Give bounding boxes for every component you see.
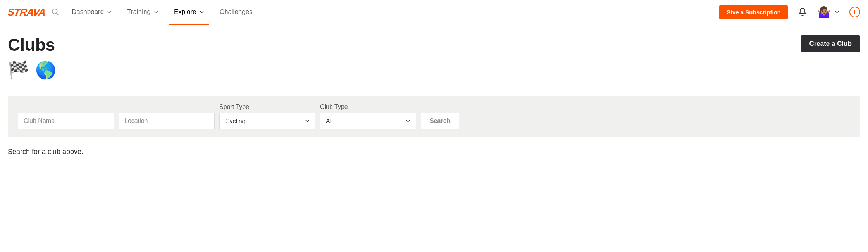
chevron-down-icon (154, 10, 158, 14)
brand-logo[interactable]: STRAVA (7, 6, 46, 18)
user-menu[interactable]: 🤷🏽‍♀️ (817, 6, 839, 19)
header-right: Give a Subscription 🤷🏽‍♀️ (719, 5, 860, 19)
chevron-down-icon (107, 10, 112, 14)
club-name-input[interactable] (18, 113, 114, 129)
nav-training-label: Training (127, 8, 151, 16)
nav-dashboard[interactable]: Dashboard (72, 0, 112, 24)
nav-dashboard-label: Dashboard (72, 8, 104, 16)
notifications-icon[interactable] (798, 7, 807, 17)
nav-explore[interactable]: Explore (174, 0, 204, 24)
chevron-down-icon (200, 10, 204, 14)
primary-nav: Dashboard Training Explore Challenges (72, 0, 719, 24)
page-title-block: Clubs 🏁 🌎 (8, 35, 57, 96)
add-icon[interactable] (849, 7, 860, 17)
search-button[interactable]: Search (421, 113, 459, 129)
location-input[interactable] (119, 113, 215, 129)
sport-type-field: Sport Type Cycling (219, 104, 315, 129)
page-title: Clubs (8, 35, 57, 55)
global-header: STRAVA Dashboard Training Explore Challe… (0, 0, 868, 24)
flag-icon[interactable]: 🏁 (8, 60, 29, 80)
club-type-field: Club Type All (320, 104, 416, 129)
svg-line-1 (57, 13, 59, 15)
give-subscription-button[interactable]: Give a Subscription (719, 5, 788, 19)
club-type-select[interactable]: All (320, 113, 416, 129)
globe-icon[interactable]: 🌎 (35, 60, 57, 80)
club-name-field (18, 113, 114, 129)
club-search-panel: Sport Type Cycling Club Type All Search (8, 96, 860, 137)
svg-point-0 (52, 9, 57, 14)
location-field (119, 113, 215, 129)
create-club-button[interactable]: Create a Club (801, 35, 860, 52)
emoji-row: 🏁 🌎 (8, 60, 57, 80)
nav-challenges-label: Challenges (220, 8, 253, 16)
nav-training[interactable]: Training (127, 0, 158, 24)
search-hint: Search for a club above. (8, 148, 860, 156)
search-icon[interactable] (51, 7, 60, 17)
nav-challenges[interactable]: Challenges (220, 0, 253, 24)
chevron-down-icon (835, 10, 839, 14)
sport-type-label: Sport Type (219, 104, 315, 110)
page-header: Clubs 🏁 🌎 Create a Club (8, 35, 860, 96)
sport-type-select[interactable]: Cycling (219, 113, 315, 129)
nav-explore-label: Explore (174, 8, 196, 16)
club-type-label: Club Type (320, 104, 416, 110)
avatar: 🤷🏽‍♀️ (817, 6, 831, 19)
page-content: Clubs 🏁 🌎 Create a Club Sport Type Cycli… (0, 24, 868, 167)
